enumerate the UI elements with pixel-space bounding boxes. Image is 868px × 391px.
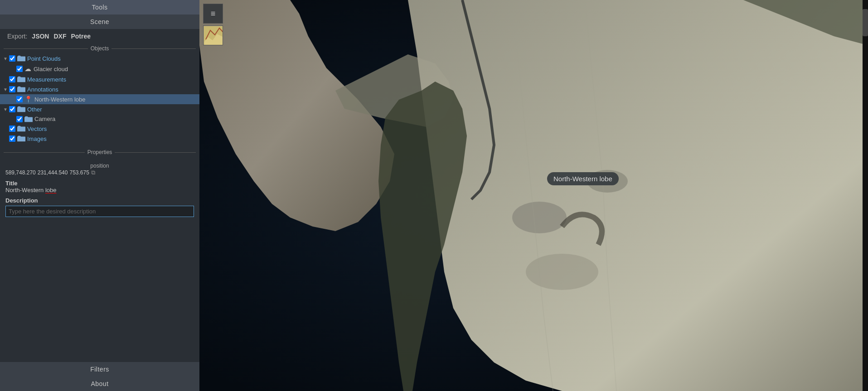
position-y: 231,444.540 xyxy=(38,169,68,176)
tree-measurements[interactable]: ▶ Measurements xyxy=(0,74,199,84)
checkbox-northwestern-lobe[interactable] xyxy=(16,96,23,102)
tree-images[interactable]: ▶ Images xyxy=(0,134,199,144)
export-potree-link[interactable]: Potree xyxy=(71,33,91,40)
checkbox-images[interactable] xyxy=(9,135,15,142)
annotations-label: Annotations xyxy=(27,86,198,93)
checkbox-camera[interactable] xyxy=(16,116,23,122)
tree-camera[interactable]: Camera xyxy=(0,114,199,124)
description-field-label: Description xyxy=(5,197,194,204)
title-underlined: lobe xyxy=(45,187,57,193)
northwestern-lobe-label: North-Western lobe xyxy=(34,96,198,103)
title-text: North-Western lobe xyxy=(5,187,56,193)
title-field-label: Title xyxy=(5,180,194,187)
svg-point-1 xyxy=(512,202,567,233)
vectors-label: Vectors xyxy=(27,126,198,132)
pin-icon: 📍 xyxy=(24,96,32,103)
folder-icon-images xyxy=(17,135,25,142)
scene-button[interactable]: Scene xyxy=(0,14,199,29)
viewport-scrollbar[interactable] xyxy=(863,0,868,391)
toolbar-overlay: ≡ xyxy=(203,4,223,45)
description-input[interactable] xyxy=(5,206,194,217)
export-label: Export: xyxy=(7,33,27,40)
folder-icon-measurements xyxy=(17,76,25,82)
position-x: 589,748.270 xyxy=(5,169,36,176)
tree-point-clouds[interactable]: ▼ Point Clouds xyxy=(0,53,199,63)
folder-icon-annotations xyxy=(17,86,25,92)
minimap-image xyxy=(204,26,223,45)
terrain-svg xyxy=(199,0,868,391)
menu-icon: ≡ xyxy=(211,9,216,19)
folder-icon-point-clouds xyxy=(17,55,25,62)
tree-vectors[interactable]: ▶ Vectors xyxy=(0,124,199,134)
properties-area: position 589,748.270 231,444.540 753.675… xyxy=(0,157,199,362)
scrollbar-thumb[interactable] xyxy=(863,9,868,36)
checkbox-point-clouds[interactable] xyxy=(9,55,15,62)
svg-point-3 xyxy=(526,254,598,290)
minimap-thumbnail[interactable] xyxy=(203,25,223,45)
cloud-icon: ☁ xyxy=(24,65,31,73)
export-dxf-link[interactable]: DXF xyxy=(53,33,66,40)
folder-icon-camera xyxy=(24,116,33,122)
checkbox-vectors[interactable] xyxy=(9,126,15,132)
position-value: 589,748.270 231,444.540 753.675 ⧉ xyxy=(5,169,194,176)
folder-icon-vectors xyxy=(17,126,25,132)
title-field-value: North-Western lobe xyxy=(5,187,194,193)
copy-position-icon[interactable]: ⧉ xyxy=(91,169,95,176)
tools-button[interactable]: Tools xyxy=(0,0,199,14)
position-label: position xyxy=(5,163,194,169)
tree-annotations[interactable]: ▼ Annotations xyxy=(0,84,199,94)
checkbox-other[interactable] xyxy=(9,106,15,112)
other-label: Other xyxy=(27,106,198,113)
export-json-link[interactable]: JSON xyxy=(32,33,49,40)
collapse-arrow-other: ▼ xyxy=(2,106,9,113)
collapse-arrow-annotations: ▼ xyxy=(2,86,9,93)
measurements-label: Measurements xyxy=(27,76,198,83)
position-z: 753.675 xyxy=(69,169,89,176)
tree-glacier-cloud[interactable]: ☁ Glacier cloud xyxy=(0,63,199,74)
point-clouds-label: Point Clouds xyxy=(27,55,198,62)
filters-button[interactable]: Filters xyxy=(0,362,199,377)
minimap-svg xyxy=(204,26,223,45)
properties-divider: Properties xyxy=(0,147,199,157)
checkbox-annotations[interactable] xyxy=(9,86,15,92)
tree-northwestern-lobe[interactable]: 📍 North-Western lobe xyxy=(0,94,199,104)
camera-label: Camera xyxy=(34,116,198,122)
about-button[interactable]: About xyxy=(0,377,199,391)
export-section: Export: JSON DXF Potree xyxy=(0,29,199,43)
objects-divider: Objects xyxy=(0,43,199,53)
folder-icon-other xyxy=(17,106,25,112)
menu-toggle-button[interactable]: ≡ xyxy=(203,4,223,24)
glacier-cloud-label: Glacier cloud xyxy=(34,66,198,72)
viewport: ≡ North-Western lobe xyxy=(199,0,868,391)
checkbox-measurements[interactable] xyxy=(9,76,15,82)
collapse-arrow-point-clouds: ▼ xyxy=(2,55,9,62)
checkbox-glacier-cloud[interactable] xyxy=(16,66,23,72)
svg-point-2 xyxy=(587,170,628,193)
images-label: Images xyxy=(27,135,198,142)
bottom-buttons: Filters About xyxy=(0,362,199,391)
tree-other[interactable]: ▼ Other xyxy=(0,104,199,114)
sidebar: Tools Scene Export: JSON DXF Potree Obje… xyxy=(0,0,199,391)
